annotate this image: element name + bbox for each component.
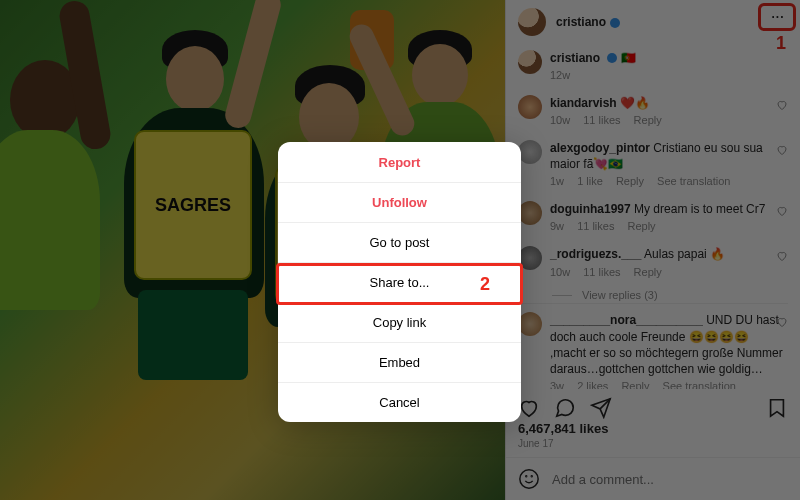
modal-copy-link[interactable]: Copy link — [278, 302, 521, 342]
modal-go-to-post[interactable]: Go to post — [278, 222, 521, 262]
annotation-label-2: 2 — [480, 274, 490, 295]
modal-cancel[interactable]: Cancel — [278, 382, 521, 422]
modal-report[interactable]: Report — [278, 142, 521, 182]
modal-unfollow[interactable]: Unfollow — [278, 182, 521, 222]
modal-embed[interactable]: Embed — [278, 342, 521, 382]
